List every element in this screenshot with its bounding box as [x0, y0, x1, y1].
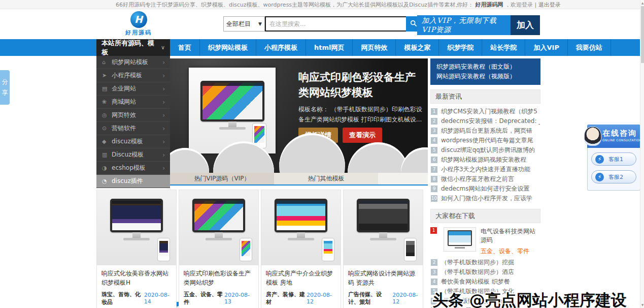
- download-item[interactable]: 3（带手机版数据同步）酒店: [431, 267, 540, 277]
- sidebar-item-discuz-lower[interactable]: ◆discuz模板›: [96, 135, 170, 148]
- tab-hot-other[interactable]: 热门其他模板: [274, 173, 378, 184]
- scrollbar-thumb[interactable]: [641, 6, 644, 63]
- qq-icon: ⚡: [595, 155, 604, 164]
- featured-download[interactable]: 1 电气设备科技类网站源码 五金、设备、零件: [430, 227, 540, 256]
- agent-label: 客服1: [608, 156, 623, 163]
- welcome-text: ，欢迎登录: [505, 2, 533, 8]
- card-title[interactable]: 响应式房产中介企业织梦模板 房地: [261, 265, 341, 287]
- card-title[interactable]: 响应式网络设计类网站源码 资源共: [344, 265, 423, 287]
- target-icon: ◎: [102, 112, 112, 118]
- news-item-text: dedecms安装报错：Deprecated: _: [441, 117, 540, 126]
- sidebar-item-effects[interactable]: ◎网页特效›: [96, 109, 170, 122]
- contrast-icon: ◑: [102, 165, 112, 171]
- sidebar-item-discuz-plugins[interactable]: ◔discuz插件: [96, 175, 170, 188]
- sidebar-item-enterprise[interactable]: ▤企业网站›: [96, 82, 170, 96]
- news-item[interactable]: 4wordpress使用代码在每篇文章尾: [431, 136, 540, 145]
- site-notice: 66好用源码专注于织梦源码分享、织梦模板、discuz模板、wordpress主…: [116, 1, 461, 9]
- rank-badge: 3: [431, 128, 437, 134]
- download-item[interactable]: 4餐饮美食网站模板 织梦餐: [431, 277, 540, 287]
- agent-label: 客服2: [608, 173, 623, 181]
- card-category[interactable]: 广告传媒、设计、策划: [348, 291, 392, 306]
- agent-2-button[interactable]: ⚡客服2: [591, 170, 636, 183]
- sidebar-item-mall[interactable]: ❀商城网站›: [96, 96, 170, 109]
- tab-hot-vip[interactable]: 热门VIP源码（VIP）: [170, 173, 274, 184]
- card-date: 2020-08-12: [392, 292, 418, 305]
- sidebar-item-discuz-upper[interactable]: ▥Discuz模板›: [96, 148, 170, 162]
- scroll-down-arrow[interactable]: ▼: [640, 303, 644, 307]
- username-link[interactable]: 好用源码网: [476, 2, 503, 8]
- search-input[interactable]: [265, 16, 406, 32]
- news-item-text: 织梦源码后台更新系统后，网页错: [441, 127, 532, 135]
- featured-category[interactable]: 五金、设备、零件: [481, 247, 540, 256]
- nav-item-miniprogram[interactable]: 小程序模板: [256, 39, 306, 56]
- nav-item-html[interactable]: html网页: [306, 39, 353, 56]
- view-demo-button[interactable]: 查看演示: [343, 128, 382, 143]
- download-item-text: 餐饮美食网站模板 织梦餐: [441, 278, 510, 286]
- sidebar-item-label: Discuz模板: [112, 150, 144, 159]
- news-item[interactable]: 2dedecms安装报错：Deprecated: _: [431, 116, 540, 126]
- card-category[interactable]: 珠宝、首饰、化妆品: [101, 291, 144, 306]
- card-category[interactable]: 五金、设备、零件: [184, 291, 224, 306]
- card-title[interactable]: 响应式印刷色彩设备生产类网站织梦: [179, 265, 258, 287]
- nav-item-webmaster-academy[interactable]: 站长学院: [482, 39, 525, 56]
- template-card[interactable]: 响应式印刷色彩设备生产类网站织梦 五金、设备、零件2020-08-13: [179, 190, 259, 308]
- slider-title[interactable]: 响应式印刷色彩设备生产类网站织梦模板: [298, 70, 422, 100]
- chevron-right-icon: ›: [162, 125, 165, 132]
- all-categories-label: 本站所有源码、模板: [101, 39, 161, 57]
- tutorial-link-text[interactable]: 织梦源码安装教程（图文版）: [436, 62, 534, 72]
- sidebar-item-ecshop[interactable]: ◑ecshop模板›: [96, 162, 170, 175]
- sidebar-item-dedecms[interactable]: ⌂织梦网站模板›: [96, 56, 170, 69]
- slider-template-screenshot[interactable]: [189, 68, 276, 153]
- nav-item-clone-site[interactable]: 我要仿站: [568, 39, 611, 56]
- news-item[interactable]: 5discuz绑定qq默认同步腾讯微博的: [431, 145, 540, 155]
- chevron-right-icon: ›: [162, 138, 165, 145]
- chevron-right-icon: ›: [162, 59, 165, 66]
- card-thumbnail: [261, 190, 341, 265]
- news-item-text: dedecms网站如何进行安全设置: [441, 184, 530, 193]
- sidebar-item-marketing[interactable]: ⊙营销软件›: [96, 122, 170, 135]
- consultation-body: ⚡客服1 ⚡客服2: [587, 148, 640, 191]
- download-item-text: （带手机版数据同步）挖掘: [441, 258, 514, 267]
- news-item[interactable]: 10如何入门微信小程序开发，应该学: [431, 194, 540, 203]
- scrollbar[interactable]: ▲ ▼: [640, 0, 644, 308]
- sidebar-item-miniprogram[interactable]: ➤小程序模板›: [96, 69, 170, 82]
- plugin-icon: ◔: [102, 178, 112, 184]
- featured-thumbnail: [444, 227, 476, 252]
- card-date: 2020-08-12: [307, 292, 336, 305]
- nav-item-dedecms-academy[interactable]: 织梦学院: [439, 39, 482, 56]
- card-date: 2020-08-14: [144, 292, 172, 305]
- news-item[interactable]: 9dedecms网站如何进行安全设置: [431, 184, 540, 194]
- news-item-text: 如何入门微信小程序开发，应该学: [441, 194, 532, 203]
- rank-badge: 8: [431, 176, 437, 182]
- nav-item-join-vip[interactable]: 加入VIP: [525, 39, 567, 56]
- card-category[interactable]: 房产、装修、建材: [266, 291, 307, 306]
- template-card[interactable]: 响应式化妆美容香水网站织梦模板H 珠宝、首饰、化妆品2020-08-14: [96, 190, 177, 308]
- news-item[interactable]: 7小程序3天之内快速开通直播功能: [431, 165, 540, 174]
- download-item[interactable]: 2（带手机版数据同步）挖掘: [431, 258, 540, 267]
- search-category-select[interactable]: 全部栏目 ▼: [223, 16, 265, 32]
- sidebar-item-label: discuz插件: [112, 177, 143, 186]
- scroll-up-arrow[interactable]: ▲: [640, 1, 644, 5]
- news-item[interactable]: 6织梦网站模板源码视频安装教程: [431, 155, 540, 165]
- vip-join-button[interactable]: 加入: [511, 15, 540, 35]
- template-card[interactable]: 响应式网络设计类网站源码 资源共 广告传媒、设计、策划2020-08-12: [343, 190, 423, 308]
- all-categories-button[interactable]: 本站所有源码、模板 ∨: [96, 39, 170, 56]
- nav-item-home[interactable]: 首页: [170, 39, 200, 56]
- news-item-text: 织梦CMS安装入门视频教程（织梦5: [441, 107, 537, 116]
- vip-banner[interactable]: 加入VIP，无限制下载VIP资源 加入: [417, 15, 540, 35]
- logout-link[interactable]: 退出登录: [538, 2, 561, 8]
- nav-item-template-home[interactable]: 模板之家: [396, 39, 439, 56]
- card-title[interactable]: 响应式化妆美容香水网站织梦模板H: [97, 265, 176, 287]
- featured-title[interactable]: 电气设备科技类网站源码: [481, 227, 540, 244]
- phone-illustration: [157, 238, 170, 261]
- agent-1-button[interactable]: ⚡客服1: [591, 152, 636, 166]
- news-item[interactable]: 1织梦CMS安装入门视频教程（织梦5: [431, 107, 540, 116]
- site-logo[interactable]: H 好用源码: [124, 11, 153, 37]
- share-button[interactable]: 分享: [0, 70, 10, 105]
- news-item[interactable]: 3织梦源码后台更新系统后，网页错: [431, 126, 540, 136]
- template-card[interactable]: 响应式房产中介企业织梦模板 房地 房产、装修、建材2020-08-12: [261, 190, 341, 308]
- news-item[interactable]: 8微信小程序蓝牙教程之前言: [431, 174, 540, 184]
- tutorial-link-video[interactable]: 网站源码安装教程（视频版）: [436, 72, 534, 81]
- nav-item-effects[interactable]: 网页特效: [353, 39, 396, 56]
- nav-item-dedecms-templates[interactable]: 织梦网站模板: [200, 39, 256, 56]
